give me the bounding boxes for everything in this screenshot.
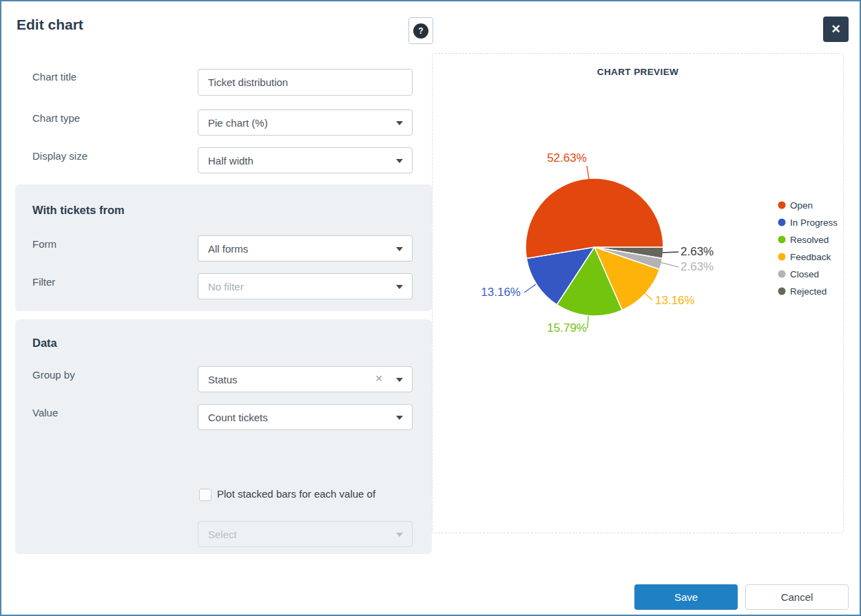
pie-callout-line-rejected — [663, 252, 678, 253]
chart-type-value: Pie chart (%) — [208, 117, 268, 129]
pie-label-feedback: 13.16% — [655, 294, 695, 307]
legend-label-closed: Closed — [790, 269, 819, 279]
pie-label-resolved: 15.79% — [547, 321, 587, 334]
tickets-from-section: With tickets from Form All forms Filter … — [15, 184, 432, 311]
legend-label-rejected: Rejected — [790, 286, 827, 297]
filter-select[interactable]: No filter — [198, 273, 413, 299]
form-label: Form — [32, 238, 56, 250]
chart-title-label: Chart title — [32, 71, 76, 83]
pie-label-open: 52.63% — [547, 151, 587, 164]
pie-label-rejected: 2.63% — [681, 245, 714, 258]
chart-preview-panel: CHART PREVIEW 52.63%13.16%15.79%13.16%2.… — [432, 53, 844, 533]
pie-callout-line-closed — [660, 262, 678, 267]
question-mark-icon: ? — [413, 23, 428, 39]
display-size-select[interactable]: Half width — [198, 147, 413, 173]
pie-label-in-progress: 13.16% — [481, 286, 521, 299]
chevron-down-icon — [396, 533, 403, 537]
legend-label-feedback: Feedback — [790, 252, 831, 262]
clear-icon[interactable]: ✕ — [375, 373, 383, 384]
filter-label: Filter — [32, 276, 55, 288]
form-select[interactable]: All forms — [198, 235, 413, 262]
value-select[interactable]: Count tickets — [198, 404, 413, 430]
chart-type-select[interactable]: Pie chart (%) — [198, 109, 413, 136]
chevron-down-icon — [396, 247, 403, 251]
group-by-value: Status — [208, 374, 238, 385]
chevron-down-icon — [396, 121, 403, 125]
stacked-bars-label: Plot stacked bars for each value of — [217, 488, 375, 500]
form-value: All forms — [208, 243, 248, 255]
chart-title-input[interactable] — [198, 69, 413, 96]
group-by-select[interactable]: Status ✕ — [198, 366, 413, 392]
chevron-down-icon — [396, 159, 403, 163]
legend-label-in-progress: In Progress — [790, 217, 838, 228]
pie-callout-line-feedback — [644, 293, 652, 300]
stacked-value-select: Select — [198, 521, 413, 547]
pie-callout-line-open — [587, 166, 589, 179]
pie-slice-open — [526, 178, 663, 258]
legend-dot-open — [778, 202, 786, 209]
legend-dot-in-progress — [778, 219, 786, 226]
data-section: Data Group by Status ✕ Value Count ticke… — [15, 319, 432, 554]
legend-dot-closed — [778, 270, 786, 278]
stacked-value-placeholder: Select — [208, 529, 237, 540]
close-icon: ✕ — [831, 22, 840, 36]
filter-placeholder: No filter — [208, 281, 244, 293]
stacked-bars-checkbox[interactable] — [199, 489, 211, 501]
chevron-down-icon — [396, 416, 403, 420]
display-size-label: Display size — [32, 150, 87, 162]
value-label: Value — [32, 407, 58, 418]
save-button[interactable]: Save — [634, 584, 738, 610]
value-value: Count tickets — [208, 412, 268, 423]
data-heading: Data — [32, 337, 57, 350]
pie-callout-line-in-progress — [524, 284, 536, 293]
legend-dot-resolved — [778, 236, 786, 244]
cancel-button[interactable]: Cancel — [745, 584, 849, 610]
pie-label-closed: 2.63% — [681, 260, 714, 273]
chevron-down-icon — [396, 285, 403, 289]
pie-callout-line-resolved — [588, 316, 588, 328]
dialog-title: Edit chart — [17, 17, 83, 33]
chevron-down-icon — [396, 378, 403, 382]
legend-dot-feedback — [778, 253, 786, 261]
edit-chart-dialog: Edit chart ? ✕ Chart title Chart type Pi… — [0, 0, 861, 616]
legend-dot-rejected — [778, 288, 786, 295]
pie-chart: 52.63%13.16%15.79%13.16%2.63%2.63%OpenIn… — [433, 54, 843, 533]
display-size-value: Half width — [208, 155, 253, 167]
help-button[interactable]: ? — [408, 17, 433, 44]
legend-label-resolved: Resolved — [790, 235, 829, 245]
chart-type-label: Chart type — [32, 112, 80, 124]
close-button[interactable]: ✕ — [823, 17, 849, 42]
legend-label-open: Open — [790, 200, 813, 211]
tickets-from-heading: With tickets from — [32, 204, 125, 217]
group-by-label: Group by — [32, 369, 75, 381]
